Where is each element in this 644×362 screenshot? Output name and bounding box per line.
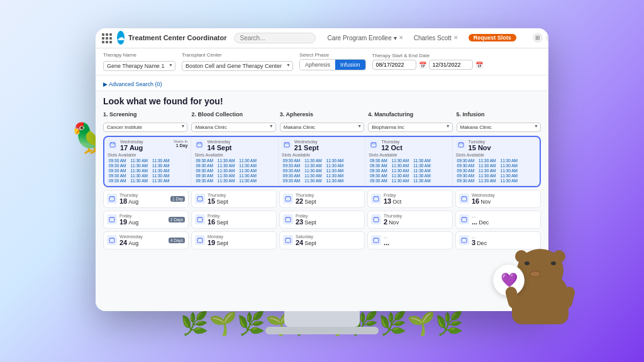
simple-slot-16-sept[interactable]: Friday 16 Sept: [191, 211, 277, 229]
slot-15-nov[interactable]: Tuesday 15 Nov Slots Available 09:30 AM1…: [453, 137, 540, 186]
tab-request-close[interactable]: ✕: [520, 35, 525, 41]
slot-12-oct[interactable]: Thursday 12 Oct Slots Available 09:30 AM…: [365, 137, 452, 186]
search-input[interactable]: [234, 33, 316, 43]
slot-17-aug[interactable]: Wednesday 17 Aug Starts In 1 Day Slots A…: [104, 137, 191, 186]
simple-slot-22-sept-weekday: Thursday: [296, 193, 316, 197]
tab-care-program[interactable]: Care Program Enrollee ▾ ✕: [323, 33, 407, 43]
simple-slot-23-sept-icon: [283, 214, 293, 224]
calendar-end-icon[interactable]: 📅: [475, 62, 483, 69]
simple-slot-18-aug[interactable]: Thursday 18 Aug 1 Day: [103, 190, 189, 208]
monitor-screen: ☁ Treatment Center Coordinator Care Prog…: [96, 28, 548, 311]
svg-rect-32: [462, 197, 467, 201]
simple-slot-dec-1[interactable]: ... ... Dec: [455, 211, 541, 229]
slot-21-sept[interactable]: Wednesday 21 Sept Slots Available 09:30 …: [279, 137, 365, 186]
therapy-name-select[interactable]: Gene Therapy Name 1: [103, 61, 175, 71]
apheresis-phase-btn[interactable]: Apheresis: [300, 60, 335, 70]
simple-slot-22-sept[interactable]: Thursday 22 Sept: [279, 190, 365, 208]
simple-slot-18-aug-badge: 1 Day: [170, 196, 185, 202]
results-title: Look what we found for you!: [103, 96, 541, 106]
svg-rect-20: [109, 197, 114, 201]
infusion-phase-btn[interactable]: Infusion: [335, 60, 365, 70]
advanced-search-toggle[interactable]: ▶ Advanced Search (0): [103, 81, 162, 87]
therapy-name-filter: Therapy Name Gene Therapy Name 1: [103, 52, 175, 71]
slot-12-oct-weekday: Thursday: [381, 140, 402, 144]
slot-17-aug-starts-label: Starts In: [174, 140, 187, 143]
simple-slot-24-sept-weekday: Saturday: [296, 234, 316, 239]
slot-12-oct-date: 12 Oct: [381, 144, 402, 151]
windows-icon[interactable]: ⊞: [533, 33, 543, 43]
simple-slot-dec-1-month: Dec: [479, 219, 489, 226]
main-content: Therapy Name Gene Therapy Name 1 Transpl…: [96, 48, 548, 311]
slot-12-oct-times: 09:30 AM11:30 AM11:30 AM 09:30 AM11:30 A…: [369, 158, 448, 183]
col-header-infusion: 5. Infusion: [457, 111, 541, 118]
transplant-center-filter: Transplant Center Boston Cell and Gene T…: [182, 52, 293, 71]
slot-14-sept-available-label: Slots Available: [194, 153, 274, 157]
end-date-input[interactable]: [429, 60, 473, 70]
simple-slot-16-sept-icon: [195, 214, 205, 224]
simple-slot-19-sept[interactable]: Monday 19 Sept: [191, 231, 277, 250]
simple-slot-19-sept-icon: [195, 235, 205, 245]
tab-request-slots[interactable]: Request Slots ✕: [465, 33, 529, 43]
simple-slot-23-sept-month: Sept: [304, 219, 316, 226]
simple-slot-18-aug-day: 18: [119, 197, 127, 205]
simple-slot-15-sept-weekday: Thursday: [208, 193, 228, 197]
svg-rect-62: [462, 238, 467, 243]
slot-14-sept-icon: [194, 140, 204, 150]
col-header-blood-collection: 2. Blood Collection: [191, 111, 275, 118]
simple-slot-3-dec-weekday: ...: [472, 234, 487, 239]
simple-slot-15-sept-icon: [195, 194, 205, 204]
simple-slot-ellipsis[interactable]: ... ...: [367, 231, 453, 250]
date-range-label: Therapy Start & End Date: [372, 53, 483, 58]
clinic-manufacturing-select[interactable]: Biopharma Inc: [368, 123, 452, 132]
simple-slot-19-sept-day: 19: [208, 239, 215, 246]
apps-grid-icon[interactable]: [102, 33, 111, 42]
therapy-name-select-wrapper: Gene Therapy Name 1: [103, 59, 175, 71]
transplant-center-select[interactable]: Boston Cell and Gene Therapy Center: [182, 61, 293, 71]
simple-slot-dec-1-weekday: ...: [472, 214, 489, 218]
slot-17-aug-icon: [108, 140, 118, 150]
simple-slot-19-aug[interactable]: Friday 19 Aug 2 Days: [103, 211, 189, 229]
simple-slot-23-sept[interactable]: Friday 23 Sept: [279, 211, 365, 229]
highlighted-slots-card: Wednesday 17 Aug Starts In 1 Day Slots A…: [103, 136, 541, 187]
clinic-apheresis-select[interactable]: Makana Clinic: [280, 123, 364, 132]
svg-rect-8: [284, 143, 289, 147]
simple-slot-13-oct-weekday: Friday: [384, 193, 401, 197]
sf-logo: ☁: [117, 31, 125, 45]
start-date-input[interactable]: [372, 60, 416, 70]
simple-slot-16-nov-day: 16: [472, 197, 479, 205]
svg-rect-59: [374, 238, 379, 243]
therapy-name-label: Therapy Name: [103, 52, 175, 58]
simple-slot-18-aug-month: Aug: [128, 199, 138, 205]
slot-14-sept-date: 14 Sept: [207, 144, 231, 151]
simple-slot-24-sept-icon: [283, 235, 293, 245]
slot-14-sept-weekday: Wednesday: [207, 140, 231, 144]
simple-slot-13-oct[interactable]: Friday 13 Oct: [367, 190, 453, 208]
calendar-start-icon[interactable]: 📅: [419, 62, 426, 69]
simple-slot-3-dec-icon: [459, 235, 469, 245]
col-header-apheresis: 3. Apheresis: [280, 111, 364, 118]
slot-17-aug-times: 09:30 AM11:30 AM11:30 AM 09:30 AM11:30 A…: [108, 158, 187, 183]
simple-slots-row-3: Wednesday 24 Aug 4 Days: [103, 231, 541, 250]
tab-charles-close[interactable]: ✕: [453, 35, 458, 41]
tab-care-close[interactable]: ✕: [399, 35, 404, 41]
tab-charles-scott[interactable]: Charles Scott ✕: [410, 33, 462, 43]
simple-slot-16-nov[interactable]: Wednesday 16 Nov: [455, 190, 541, 208]
slot-21-sept-date: 21 Sept: [294, 144, 319, 151]
help-icon[interactable]: ?: [546, 33, 548, 43]
simple-slot-24-aug[interactable]: Wednesday 24 Aug 4 Days: [103, 231, 189, 250]
simple-slot-2-nov[interactable]: Thursday 2 Nov: [367, 211, 453, 229]
simple-slot-ellipsis-icon: [371, 235, 381, 245]
simple-slot-24-sept[interactable]: Saturday 24 Sept: [279, 231, 365, 250]
simple-slot-16-sept-month: Sept: [216, 219, 228, 226]
simple-slot-3-dec[interactable]: ... 3 Dec: [455, 231, 541, 250]
clinic-screening-select[interactable]: Cancer Institute: [103, 123, 187, 132]
clinic-infusion-wrapper: Makana Clinic: [457, 120, 541, 132]
simple-slot-15-sept[interactable]: Thursday 15 Sept: [191, 190, 277, 208]
svg-rect-0: [110, 143, 115, 147]
simple-slot-18-aug-weekday: Thursday: [119, 193, 138, 197]
simple-slot-22-sept-day: 22: [296, 197, 303, 205]
slot-14-sept[interactable]: Wednesday 14 Sept Slots Available 09:30 …: [191, 137, 278, 186]
clinic-blood-select[interactable]: Makana Clinic: [191, 123, 275, 132]
clinic-dropdowns: Cancer Institute Makana Clinic Makana Cl…: [103, 120, 541, 132]
clinic-infusion-select[interactable]: Makana Clinic: [457, 123, 541, 132]
